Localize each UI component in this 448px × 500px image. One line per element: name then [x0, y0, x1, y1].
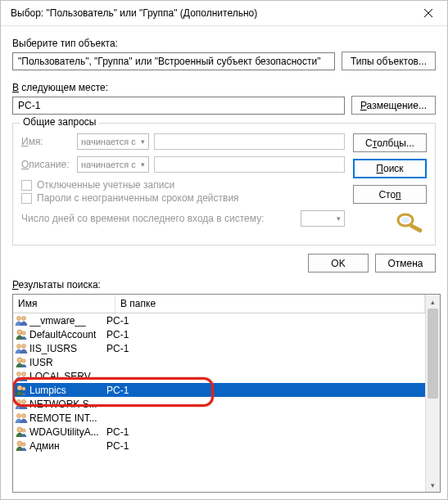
- common-queries-group: Общие запросы Имя: начинается с▾ Описани…: [12, 123, 436, 245]
- svg-point-13: [17, 372, 21, 376]
- group-icon: [15, 412, 28, 425]
- svg-point-10: [22, 344, 26, 348]
- svg-point-12: [22, 358, 25, 362]
- group-icon: [15, 314, 28, 327]
- results-list: Имя В папке __vmware__PC-1DefaultAccount…: [12, 294, 441, 493]
- location-field[interactable]: PC-1: [12, 97, 345, 115]
- row-folder: PC-1: [106, 385, 129, 396]
- find-now-button[interactable]: Поиск: [353, 159, 427, 178]
- chevron-down-icon: ▾: [337, 214, 341, 223]
- group-icon: [15, 370, 28, 383]
- svg-point-5: [17, 316, 21, 320]
- row-name: DefaultAccount: [29, 329, 106, 340]
- desc-filter-combo[interactable]: начинается с▾: [77, 156, 149, 173]
- row-folder: PC-1: [106, 329, 129, 340]
- title-bar: Выбор: "Пользователь" или "Группа" (Допо…: [1, 1, 447, 26]
- magnifier-icon: [391, 210, 427, 233]
- object-type-field[interactable]: "Пользователь", "Группа" или "Встроенный…: [12, 52, 335, 70]
- row-name: LOCAL SERV...: [29, 371, 106, 382]
- columns-button[interactable]: Столбцы...: [353, 133, 427, 152]
- dialog-footer: OK Отмена: [1, 245, 447, 279]
- svg-point-20: [22, 413, 26, 417]
- row-name: REMOTE INT...: [29, 412, 106, 424]
- row-folder: PC-1: [106, 343, 129, 354]
- table-row[interactable]: IUSR: [13, 355, 425, 369]
- svg-point-9: [17, 344, 21, 348]
- svg-point-22: [22, 428, 25, 431]
- row-name: IIS_IUSRS: [29, 343, 106, 354]
- scroll-down-icon[interactable]: ▾: [426, 478, 440, 492]
- svg-point-4: [401, 218, 410, 223]
- user-icon: [15, 356, 28, 369]
- table-row[interactable]: АдминPC-1: [13, 439, 425, 453]
- user-icon: [15, 384, 28, 397]
- svg-point-11: [17, 358, 22, 363]
- col-header-folder[interactable]: В папке: [115, 295, 425, 313]
- results-header: Имя В папке: [13, 295, 425, 313]
- row-folder: PC-1: [106, 440, 129, 452]
- group-title: Общие запросы: [20, 116, 99, 128]
- stop-button[interactable]: Стоп: [353, 185, 427, 204]
- user-icon: [15, 328, 28, 341]
- row-name: __vmware__: [29, 315, 106, 327]
- close-button[interactable]: [410, 1, 447, 25]
- table-row[interactable]: LumpicsPC-1: [13, 383, 425, 397]
- name-filter-label: Имя:: [21, 136, 72, 147]
- chevron-down-icon: ▾: [141, 137, 145, 146]
- nonexpiring-pw-checkbox[interactable]: Пароли с неограниченным сроком действия: [21, 192, 345, 204]
- table-row[interactable]: REMOTE INT...: [13, 411, 425, 425]
- scroll-thumb[interactable]: [428, 309, 438, 399]
- row-name: Lumpics: [29, 385, 106, 396]
- table-row[interactable]: IIS_IUSRSPC-1: [13, 341, 425, 355]
- row-name: Админ: [29, 440, 106, 452]
- row-name: IUSR: [29, 357, 106, 368]
- svg-rect-3: [410, 223, 423, 233]
- cancel-button[interactable]: Отмена: [375, 254, 436, 273]
- days-since-logon-label: Число дней со времени последнего входа в…: [21, 213, 294, 224]
- results-label: Результаты поиска:: [1, 279, 447, 294]
- desc-filter-label: Описание:: [21, 159, 72, 170]
- row-folder: PC-1: [106, 315, 129, 327]
- dialog-window: Выбор: "Пользователь" или "Группа" (Допо…: [0, 0, 448, 500]
- chevron-down-icon: ▾: [141, 160, 145, 169]
- svg-point-16: [22, 386, 25, 390]
- name-filter-input[interactable]: [154, 133, 345, 150]
- checkbox-icon: [21, 180, 32, 191]
- close-icon: [424, 9, 432, 17]
- svg-point-21: [17, 427, 22, 432]
- table-row[interactable]: LOCAL SERV...: [13, 369, 425, 383]
- dialog-body: Выберите тип объекта: "Пользователь", "Г…: [1, 26, 447, 245]
- table-row[interactable]: WDAGUtilityA...PC-1: [13, 425, 425, 439]
- row-folder: PC-1: [106, 426, 129, 438]
- desc-filter-input[interactable]: [154, 156, 345, 173]
- svg-point-15: [17, 385, 22, 390]
- col-header-name[interactable]: Имя: [13, 295, 115, 313]
- name-filter-combo[interactable]: начинается с▾: [77, 133, 149, 150]
- table-row[interactable]: DefaultAccountPC-1: [13, 327, 425, 341]
- disabled-accounts-checkbox[interactable]: Отключенные учетные записи: [21, 179, 345, 191]
- object-types-button[interactable]: Типы объектов...: [342, 52, 436, 70]
- svg-point-19: [17, 413, 21, 417]
- results-rows: __vmware__PC-1DefaultAccountPC-1IIS_IUSR…: [13, 313, 425, 453]
- window-title: Выбор: "Пользователь" или "Группа" (Допо…: [11, 7, 410, 19]
- table-row[interactable]: __vmware__PC-1: [13, 313, 425, 327]
- days-combo[interactable]: ▾: [301, 210, 345, 227]
- object-type-label: Выберите тип объекта:: [12, 38, 436, 49]
- svg-point-7: [17, 330, 22, 335]
- user-icon: [15, 439, 28, 453]
- table-row[interactable]: NETWORK S...: [13, 397, 425, 411]
- locations-button[interactable]: Размещение...: [351, 96, 436, 115]
- scroll-up-icon[interactable]: ▴: [426, 295, 440, 309]
- svg-point-23: [17, 441, 22, 446]
- svg-point-6: [22, 316, 26, 320]
- ok-button[interactable]: OK: [308, 254, 369, 273]
- row-name: NETWORK S...: [29, 399, 106, 410]
- vertical-scrollbar[interactable]: ▴ ▾: [425, 295, 440, 492]
- checkbox-icon: [21, 193, 32, 204]
- group-icon: [15, 398, 28, 411]
- svg-point-24: [22, 442, 25, 445]
- svg-point-14: [22, 372, 26, 376]
- group-icon: [15, 342, 28, 355]
- user-icon: [15, 426, 28, 439]
- row-name: WDAGUtilityA...: [29, 426, 106, 438]
